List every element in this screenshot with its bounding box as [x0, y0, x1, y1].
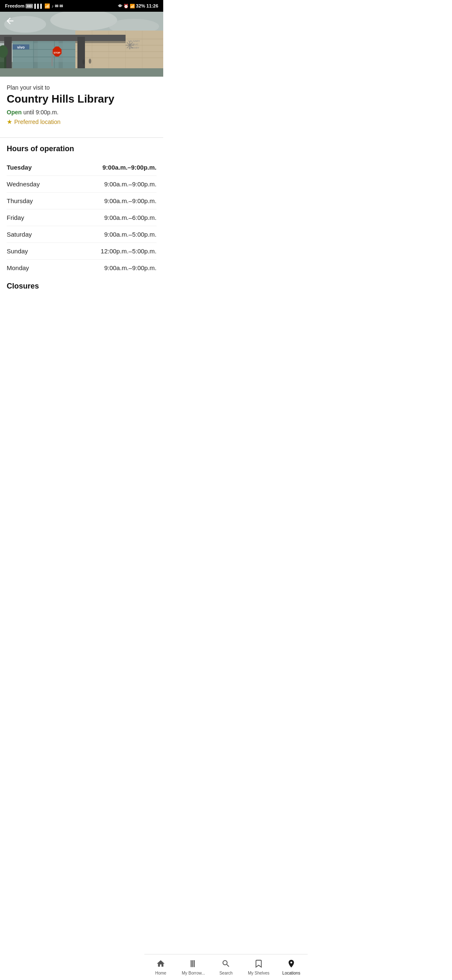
- day-name: Monday: [7, 264, 29, 271]
- status-bar: Freedom HD ▌▌▌ 📶 ♪ ✉ ✉ 👁 ⏰ 📶 32% 11:26: [0, 0, 163, 12]
- svg-rect-14: [0, 35, 126, 41]
- wifi-icon: 📶: [44, 3, 50, 9]
- hd-badge: HD: [26, 4, 33, 8]
- hours-time: 9:00a.m.–9:00p.m.: [104, 197, 157, 204]
- hours-row: Friday 9:00a.m.–6:00p.m.: [7, 209, 157, 226]
- preferred-location: ★ Preferred location: [7, 118, 157, 126]
- status-left: Freedom HD ▌▌▌ 📶 ♪ ✉ ✉: [5, 3, 63, 9]
- battery-label: 32%: [136, 3, 145, 8]
- day-name: Thursday: [7, 197, 33, 204]
- svg-text:STOP: STOP: [54, 52, 60, 54]
- mail-icon: ✉: [55, 4, 58, 8]
- hours-section: Hours of operation Tuesday 9:00a.m.–9:00…: [0, 144, 163, 276]
- svg-rect-19: [63, 41, 75, 68]
- time-label: 11:26: [146, 3, 158, 8]
- svg-text:vivo: vivo: [17, 45, 25, 49]
- hours-row: Tuesday 9:00a.m.–9:00p.m.: [7, 159, 157, 176]
- hours-row: Thursday 9:00a.m.–9:00p.m.: [7, 193, 157, 209]
- back-button[interactable]: [5, 16, 15, 28]
- day-name: Wednesday: [7, 181, 40, 188]
- svg-point-40: [82, 59, 85, 64]
- hours-time: 9:00a.m.–5:00p.m.: [104, 231, 157, 238]
- hours-row: Saturday 9:00a.m.–5:00p.m.: [7, 226, 157, 243]
- section-divider: [0, 137, 163, 138]
- day-name: Tuesday: [7, 164, 32, 171]
- day-name: Sunday: [7, 248, 28, 255]
- hours-table: Tuesday 9:00a.m.–9:00p.m. Wednesday 9:00…: [7, 159, 157, 276]
- day-name: Saturday: [7, 231, 32, 238]
- open-status: Open until 9:00p.m.: [7, 109, 157, 116]
- carrier-label: Freedom: [5, 3, 24, 8]
- open-until: until 9:00p.m.: [23, 109, 59, 116]
- hours-time: 9:00a.m.–6:00p.m.: [104, 214, 157, 221]
- bluetooth-icon: 📶: [130, 4, 135, 8]
- open-word: Open: [7, 109, 22, 116]
- hours-title: Hours of operation: [7, 144, 157, 153]
- hours-time: 12:00p.m.–5:00p.m.: [101, 248, 157, 255]
- hours-row: Sunday 12:00p.m.–5:00p.m.: [7, 243, 157, 260]
- hours-row: Monday 9:00a.m.–9:00p.m.: [7, 260, 157, 276]
- svg-text:LIBRARY: LIBRARY: [128, 46, 139, 49]
- preferred-location-label: Preferred location: [14, 119, 61, 125]
- hours-time: 9:00a.m.–9:00p.m.: [103, 164, 157, 171]
- hours-time: 9:00a.m.–9:00p.m.: [104, 264, 157, 271]
- day-name: Friday: [7, 214, 24, 221]
- alarm-icon: ⏰: [123, 4, 128, 8]
- status-right: 👁 ⏰ 📶 32% 11:26: [118, 3, 158, 8]
- signal-icon: ▌▌▌: [34, 4, 43, 8]
- hero-image: STOP vivo CALGARY PUBLIC LIBRARY: [0, 12, 163, 77]
- star-icon: ★: [7, 118, 12, 126]
- plan-visit-label: Plan your visit to: [7, 84, 157, 91]
- hours-row: Wednesday 9:00a.m.–9:00p.m.: [7, 176, 157, 193]
- hours-time: 9:00a.m.–9:00p.m.: [104, 181, 157, 188]
- eye-icon: 👁: [118, 4, 122, 8]
- svg-point-41: [89, 59, 91, 64]
- library-name: Country Hills Library: [7, 93, 157, 106]
- closures-section: Closures: [0, 276, 163, 291]
- content-section: Plan your visit to Country Hills Library…: [0, 77, 163, 136]
- music-icon: ♪: [51, 4, 54, 8]
- closures-title: Closures: [7, 282, 157, 291]
- svg-rect-26: [51, 49, 53, 66]
- mail2-icon: ✉: [59, 4, 63, 8]
